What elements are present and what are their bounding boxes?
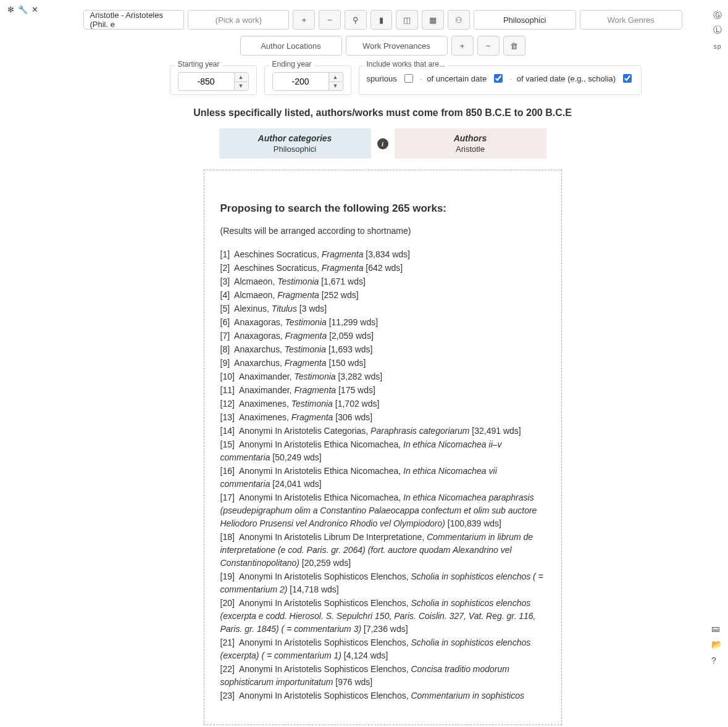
help-icon[interactable]: ? xyxy=(711,655,722,665)
view2-button[interactable]: ◫ xyxy=(396,10,418,30)
end-year-down[interactable]: ▼ xyxy=(329,82,342,91)
work-item: [6] Anaxagoras, Testimonia [11,299 wds] xyxy=(220,316,545,329)
work-item: [21] Anonymi In Aristotelis Sophisticos … xyxy=(220,636,545,662)
results-heading: Proposing to search the following 265 wo… xyxy=(220,202,545,215)
end-year-fieldset: Ending year ▲ ▼ xyxy=(264,65,351,95)
pin-button[interactable]: ⚲ xyxy=(345,10,367,30)
save-icon[interactable]: 🖴 xyxy=(711,623,722,633)
uncertain-checkbox[interactable] xyxy=(494,74,503,83)
sp-icon[interactable]: sp xyxy=(714,43,722,50)
spurious-label: spurious xyxy=(367,74,397,83)
gear-icon[interactable]: ✻ xyxy=(7,5,14,14)
remove-prov-button[interactable]: − xyxy=(477,36,500,56)
end-year-up[interactable]: ▲ xyxy=(329,73,342,82)
author-tag-value: Aristotle xyxy=(395,144,546,154)
date-range-banner: Unless specifically listed, authors/work… xyxy=(83,106,682,120)
author-tag[interactable]: Authors Aristotle xyxy=(395,128,546,159)
start-year-down[interactable]: ▼ xyxy=(235,82,248,91)
view1-button[interactable]: ▮ xyxy=(370,10,393,30)
work-item: [9] Anaxarchus, Fragmenta [150 wds] xyxy=(220,357,545,370)
start-year-input[interactable] xyxy=(178,73,234,90)
person-button[interactable]: ⚇ xyxy=(448,10,470,30)
work-item: [10] Anaximander, Testimonia [3,282 wds] xyxy=(220,370,545,383)
info-icon[interactable]: i xyxy=(377,138,388,149)
work-item: [7] Anaxagoras, Fragmenta [2,059 wds] xyxy=(220,330,545,343)
work-provenances-button[interactable]: Work Provenances xyxy=(346,36,448,56)
separator-dot: · xyxy=(509,74,512,83)
view3-button[interactable]: ▦ xyxy=(422,10,444,30)
work-item: [16] Anonymi In Aristotelis Ethica Nicom… xyxy=(220,465,545,491)
category-button[interactable]: Philosophici xyxy=(474,10,576,30)
work-item: [22] Anonymi In Aristotelis Sophisticos … xyxy=(220,663,545,689)
folder-icon[interactable]: 📂 xyxy=(711,639,722,649)
include-fieldset: Include works that are... spurious · of … xyxy=(359,65,642,95)
work-item: [2] Aeschines Socraticus, Fragmenta [642… xyxy=(220,262,545,275)
category-tag-title: Author categories xyxy=(219,133,371,143)
remove-button[interactable]: − xyxy=(319,10,341,30)
varied-label: of varied date (e.g., scholia) xyxy=(517,74,616,83)
work-item: [12] Anaximenes, Testimonia [1,702 wds] xyxy=(220,397,545,410)
work-item: [15] Anonymi In Aristotelis Ethica Nicom… xyxy=(220,438,545,464)
work-input[interactable]: (Pick a work) xyxy=(188,10,289,30)
work-item: [11] Anaximander, Fragmenta [175 wds] xyxy=(220,384,545,397)
g-icon[interactable]: Ⓖ xyxy=(713,10,722,21)
start-year-up[interactable]: ▲ xyxy=(235,73,248,82)
work-item: [17] Anonymi In Aristotelis Ethica Nicom… xyxy=(220,491,545,530)
work-item: [5] Alexinus, Titulus [3 wds] xyxy=(220,302,545,315)
work-item: [13] Anaximenes, Fragmenta [306 wds] xyxy=(220,411,545,424)
spurious-checkbox[interactable] xyxy=(404,74,413,83)
wrench-icon[interactable]: 🔧 xyxy=(18,5,28,14)
trash-button[interactable]: 🗑 xyxy=(503,36,525,56)
include-legend: Include works that are... xyxy=(364,60,448,69)
genres-button[interactable]: Work Genres xyxy=(580,10,682,30)
work-item: [4] Alcmaeon, Fragmenta [252 wds] xyxy=(220,289,545,302)
category-tag-value: Philosophici xyxy=(219,144,371,154)
work-item: [20] Anonymi In Aristotelis Sophisticos … xyxy=(220,597,545,636)
work-item: [18] Anonymi In Aristotelis Librum De In… xyxy=(220,531,545,570)
start-year-legend: Starting year xyxy=(175,60,222,69)
end-year-legend: Ending year xyxy=(270,60,314,69)
work-item: [23] Anonymi In Aristotelis Sophisticos … xyxy=(220,689,545,702)
separator-dot: · xyxy=(420,74,422,83)
start-year-spinner[interactable]: ▲ ▼ xyxy=(178,72,249,91)
work-item: [8] Anaxarchus, Testimonia [1,693 wds] xyxy=(220,343,545,356)
add-button[interactable]: + xyxy=(293,10,315,30)
author-input[interactable]: Aristotle - Aristoteles (Phil. e xyxy=(83,10,185,30)
end-year-input[interactable] xyxy=(273,73,328,90)
results-note: (Results will be arranged according to s… xyxy=(220,226,545,236)
end-year-spinner[interactable]: ▲ ▼ xyxy=(272,72,343,91)
work-item: [1] Aeschines Socraticus, Fragmenta [3,8… xyxy=(220,248,545,261)
author-locations-button[interactable]: Author Locations xyxy=(240,36,342,56)
category-tag[interactable]: Author categories Philosophici xyxy=(219,128,371,159)
start-year-fieldset: Starting year ▲ ▼ xyxy=(170,65,257,95)
work-item: [14] Anonymi In Aristotelis Categorias, … xyxy=(220,425,545,438)
work-item: [3] Alcmaeon, Testimonia [1,671 wds] xyxy=(220,275,545,288)
results-panel: Proposing to search the following 265 wo… xyxy=(204,170,562,725)
l-icon[interactable]: Ⓛ xyxy=(713,25,722,36)
work-item: [19] Anonymi In Aristotelis Sophisticos … xyxy=(220,570,545,596)
varied-checkbox[interactable] xyxy=(623,74,632,83)
uncertain-label: of uncertain date xyxy=(427,74,487,83)
close-icon[interactable]: ✕ xyxy=(31,5,38,14)
add-prov-button[interactable]: + xyxy=(451,36,474,56)
author-tag-title: Authors xyxy=(395,133,546,143)
